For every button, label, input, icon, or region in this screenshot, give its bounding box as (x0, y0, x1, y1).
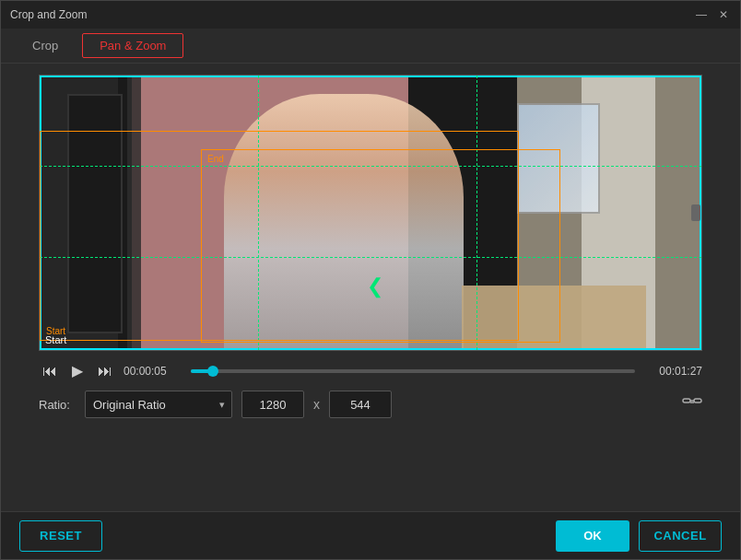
ratio-select-wrapper: Original Ratio 16:9 4:3 1:1 9:16 (85, 391, 232, 418)
svg-rect-1 (694, 399, 701, 402)
progress-bar[interactable] (191, 369, 635, 373)
width-input[interactable] (241, 391, 304, 418)
minimize-button[interactable]: — (694, 7, 709, 22)
ratio-row: Ratio: Original Ratio 16:9 4:3 1:1 9:16 … (39, 387, 702, 427)
close-button[interactable]: ✕ (716, 7, 731, 22)
height-input[interactable] (329, 391, 392, 418)
link-icon (682, 394, 702, 411)
title-bar: Crop and Zoom — ✕ (1, 1, 740, 29)
main-content: Start End ❮ Start ⏮ ▶ ⏭ 00:00:05 00:01:2… (1, 64, 740, 511)
playback-controls: ⏮ ▶ ⏭ 00:00:05 00:01:27 (39, 351, 702, 387)
time-total: 00:01:27 (642, 365, 702, 378)
tab-pan-zoom[interactable]: Pan & Zoom (82, 33, 183, 58)
play-button[interactable]: ▶ (68, 360, 87, 381)
crop-zoom-window: Crop and Zoom — ✕ Crop Pan & Zoom (0, 0, 741, 560)
footer: RESET OK CANCEL (1, 511, 740, 559)
svg-rect-0 (683, 399, 690, 402)
step-back-button[interactable]: ⏮ (39, 361, 61, 381)
ratio-select[interactable]: Original Ratio 16:9 4:3 1:1 9:16 (85, 391, 232, 418)
cancel-button[interactable]: CANCEL (639, 520, 722, 552)
link-dimensions-button[interactable] (682, 394, 702, 415)
progress-thumb[interactable] (207, 366, 218, 377)
step-forward-button[interactable]: ⏭ (94, 361, 116, 381)
ratio-label: Ratio: (39, 398, 76, 412)
tab-crop[interactable]: Crop (16, 34, 75, 57)
window-controls: — ✕ (694, 7, 731, 22)
reset-button[interactable]: RESET (19, 520, 102, 552)
tabs-row: Crop Pan & Zoom (1, 29, 740, 64)
dimension-separator: x (313, 397, 320, 412)
ok-button[interactable]: OK (556, 520, 629, 552)
scene-background (40, 76, 701, 350)
window-title: Crop and Zoom (10, 8, 87, 21)
time-current: 00:00:05 (124, 365, 183, 378)
video-canvas[interactable]: Start End ❮ Start (39, 75, 702, 351)
